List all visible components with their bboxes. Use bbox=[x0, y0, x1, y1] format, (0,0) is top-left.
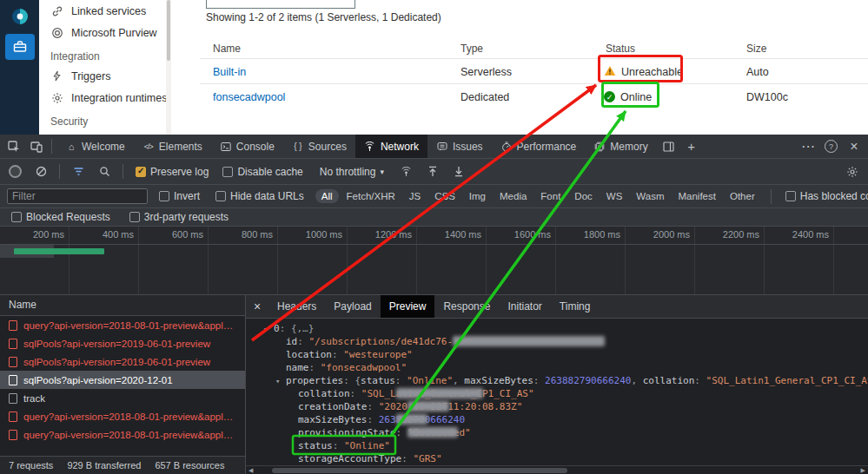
device-toolbar-icon[interactable] bbox=[26, 136, 47, 157]
disable-cache-checkbox[interactable] bbox=[222, 167, 233, 177]
column-header-name[interactable]: Name bbox=[213, 43, 241, 55]
settings-gear-icon[interactable] bbox=[842, 161, 863, 182]
request-row[interactable]: sqlPools?api-version=2019-06-01-preview bbox=[0, 352, 245, 371]
filter-pill-fetch-xhr[interactable]: Fetch/XHR bbox=[341, 189, 401, 203]
details-tab-timing[interactable]: Timing bbox=[551, 295, 600, 318]
details-tab-preview[interactable]: Preview bbox=[381, 295, 435, 318]
horizontal-scrollbar[interactable]: ◀ ▶ bbox=[246, 465, 868, 474]
request-row[interactable]: sqlPools?api-version=2019-06-01-preview bbox=[0, 334, 245, 352]
export-har-icon[interactable] bbox=[448, 161, 469, 182]
blocked-requests-checkbox[interactable] bbox=[11, 212, 22, 222]
third-party-toggle[interactable]: 3rd-party requests bbox=[129, 211, 229, 223]
tab-console[interactable]: Console bbox=[211, 135, 283, 158]
filter-pill-js[interactable]: JS bbox=[403, 189, 427, 203]
hide-data-urls-toggle[interactable]: Hide data URLs bbox=[215, 190, 304, 202]
close-details-icon[interactable]: × bbox=[246, 295, 268, 318]
preview-line[interactable]: collation: "SQL_Latin1_General_CP1_CI_AS… bbox=[263, 387, 868, 400]
scrollbar-thumb[interactable] bbox=[272, 468, 567, 473]
preview-line[interactable]: maxSizeBytes: 263882790666240 bbox=[263, 413, 868, 426]
request-row[interactable]: sqlPools?api-version=2020-12-01 bbox=[0, 371, 245, 389]
filter-pill-font[interactable]: Font bbox=[534, 189, 567, 203]
request-row[interactable]: query?api-version=2018-08-01-preview&app… bbox=[0, 316, 245, 334]
request-row[interactable]: query?api-version=2018-08-01-preview&app… bbox=[0, 425, 245, 444]
synapse-logo-icon[interactable] bbox=[5, 3, 35, 30]
close-devtools-icon[interactable]: × bbox=[844, 136, 865, 157]
filter-input[interactable] bbox=[7, 188, 148, 204]
request-row[interactable]: query?api-version=2018-08-01-preview&app… bbox=[0, 407, 245, 425]
import-har-icon[interactable] bbox=[422, 161, 443, 182]
preview-line[interactable]: location: "westeurope" bbox=[263, 348, 868, 361]
filter-pill-media[interactable]: Media bbox=[494, 189, 533, 203]
request-row[interactable]: track bbox=[0, 389, 245, 407]
dock-panel-icon[interactable] bbox=[659, 136, 679, 157]
nav-scrollbar-thumb[interactable] bbox=[167, 0, 170, 61]
nav-item-integration-runtimes[interactable]: Integration runtimes bbox=[39, 87, 171, 109]
has-blocked-cookies-toggle[interactable]: Has blocked cookies bbox=[785, 190, 868, 202]
hide-data-urls-checkbox[interactable] bbox=[215, 191, 226, 201]
filter-pill-other[interactable]: Other bbox=[724, 189, 761, 203]
preview-line[interactable]: name: "fonsecadwpool" bbox=[263, 361, 868, 374]
column-header-size[interactable]: Size bbox=[746, 43, 766, 55]
expander-icon[interactable]: ▾ bbox=[263, 323, 274, 336]
disable-cache-toggle[interactable]: Disable cache bbox=[222, 166, 302, 178]
details-tab-response[interactable]: Response bbox=[434, 295, 499, 318]
network-overview-timeline[interactable]: 200 ms400 ms600 ms800 ms1000 ms1200 ms14… bbox=[0, 227, 868, 295]
invert-checkbox[interactable] bbox=[159, 191, 169, 201]
invert-toggle[interactable]: Invert bbox=[159, 190, 200, 202]
filter-pill-wasm[interactable]: Wasm bbox=[630, 189, 670, 203]
network-conditions-icon[interactable] bbox=[396, 161, 417, 182]
requests-name-header[interactable]: Name bbox=[0, 295, 245, 316]
inspect-icon[interactable] bbox=[3, 136, 24, 157]
filter-pill-doc[interactable]: Doc bbox=[568, 189, 598, 203]
column-header-type[interactable]: Type bbox=[461, 43, 483, 55]
details-tab-payload[interactable]: Payload bbox=[325, 295, 380, 318]
pool-name-link[interactable]: fonsecadwpool bbox=[213, 91, 285, 103]
tab-performance[interactable]: Performance bbox=[492, 135, 586, 158]
scroll-left-icon[interactable]: ◀ bbox=[248, 467, 253, 474]
preview-line[interactable]: ▾properties: {status: "Online", maxSizeB… bbox=[263, 374, 868, 387]
devtools-tabbar: ⌂Welcome</>ElementsConsole{ }SourcesNetw… bbox=[0, 135, 868, 159]
preserve-log-toggle[interactable]: Preserve log bbox=[136, 166, 209, 178]
details-tab-headers[interactable]: Headers bbox=[268, 295, 325, 318]
blocked-requests-toggle[interactable]: Blocked Requests bbox=[11, 211, 110, 223]
has-blocked-cookies-checkbox[interactable] bbox=[785, 191, 796, 201]
details-tab-initiator[interactable]: Initiator bbox=[499, 295, 550, 318]
filter-pill-manifest[interactable]: Manifest bbox=[673, 189, 722, 203]
tab-welcome[interactable]: ⌂Welcome bbox=[56, 135, 134, 158]
preview-line[interactable]: status: "Online" bbox=[263, 439, 868, 452]
tab-issues[interactable]: Issues bbox=[427, 135, 492, 158]
filter-pill-ws[interactable]: WS bbox=[600, 189, 629, 203]
pool-name-link[interactable]: Built-in bbox=[213, 66, 246, 78]
filter-icon[interactable] bbox=[68, 161, 89, 182]
preview-line[interactable]: storageAcc​ountType: "GRS" bbox=[263, 452, 868, 465]
tab-network[interactable]: Network bbox=[355, 135, 427, 158]
tab-memory[interactable]: Memory bbox=[585, 135, 656, 158]
search-icon[interactable] bbox=[94, 161, 115, 182]
preview-line[interactable]: provisioningState: "Succeeded" bbox=[263, 426, 868, 439]
tab-sources[interactable]: { }Sources bbox=[283, 135, 355, 158]
help-icon[interactable]: ? bbox=[825, 140, 838, 153]
nav-item-microsoft-purview[interactable]: Microsoft Purview bbox=[39, 22, 171, 43]
clear-icon[interactable] bbox=[30, 161, 51, 182]
record-icon[interactable] bbox=[9, 165, 22, 178]
throttling-select[interactable]: No throttling ▾ bbox=[320, 166, 384, 178]
preview-line[interactable]: creationDate: "2020-10-22T11:20:08.83Z" bbox=[263, 400, 868, 413]
add-tab-icon[interactable]: + bbox=[681, 136, 702, 157]
pool-search-input[interactable] bbox=[206, 0, 355, 9]
filter-pill-img[interactable]: Img bbox=[463, 189, 492, 203]
tab-elements[interactable]: </>Elements bbox=[134, 135, 211, 158]
filter-pill-all[interactable]: All bbox=[315, 189, 339, 203]
filter-pill-css[interactable]: CSS bbox=[428, 189, 461, 203]
column-header-status[interactable]: Status bbox=[606, 43, 635, 55]
preview-line[interactable]: id: "/subscriptions/de41dc76- bbox=[263, 335, 868, 348]
more-options-icon[interactable]: ⋯ bbox=[798, 136, 818, 157]
expander-icon[interactable]: ▾ bbox=[275, 375, 286, 388]
preview-line[interactable]: ▾0: {,…} bbox=[263, 322, 868, 335]
nav-item-linked-services[interactable]: Linked services bbox=[39, 0, 171, 22]
nav-scrollbar[interactable] bbox=[166, 0, 171, 135]
nav-item-triggers[interactable]: Triggers bbox=[39, 65, 171, 87]
preserve-log-checkbox[interactable] bbox=[136, 167, 146, 177]
scroll-right-icon[interactable]: ▶ bbox=[861, 467, 865, 474]
manage-hub-icon[interactable] bbox=[5, 34, 35, 60]
third-party-checkbox[interactable] bbox=[129, 212, 140, 222]
